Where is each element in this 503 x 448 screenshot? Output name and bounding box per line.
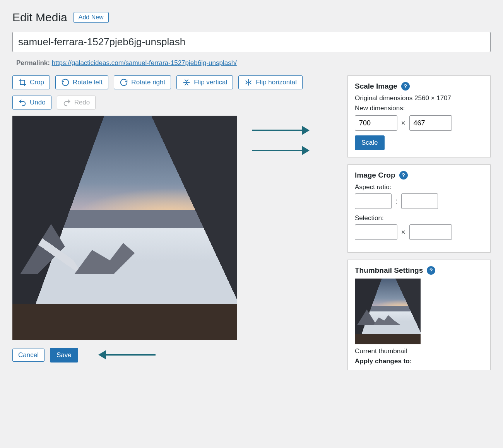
permalink-link[interactable]: https://galacticideas.com/samuel-ferrara… <box>52 59 237 67</box>
selection-height-input[interactable] <box>409 224 452 240</box>
permalink-row: Permalink: https://galacticideas.com/sam… <box>16 59 491 67</box>
original-dimensions: Original dimensions 2560 × 1707 <box>355 94 483 102</box>
flip-vertical-icon <box>182 78 191 87</box>
image-crop-title: Image Crop <box>355 171 395 180</box>
thumbnail-settings-panel: Thumbnail Settings ? Current thumbnail A… <box>347 260 491 370</box>
redo-label: Redo <box>74 99 90 106</box>
scale-button[interactable]: Scale <box>355 135 385 150</box>
image-preview[interactable] <box>12 116 237 340</box>
help-icon[interactable]: ? <box>401 82 410 91</box>
scale-width-input[interactable] <box>355 115 397 131</box>
rotate-left-label: Rotate left <box>73 79 103 86</box>
save-button[interactable]: Save <box>50 348 78 363</box>
crop-label: Crop <box>30 79 44 86</box>
aspect-height-input[interactable] <box>401 193 438 209</box>
redo-icon <box>63 98 71 107</box>
help-icon[interactable]: ? <box>427 266 435 275</box>
rotate-right-icon <box>120 78 128 87</box>
crop-icon <box>18 78 27 87</box>
rotate-right-button[interactable]: Rotate right <box>114 75 171 89</box>
flip-horizontal-label: Flip horizontal <box>256 79 297 86</box>
selection-width-input[interactable] <box>355 224 397 240</box>
flip-vertical-button[interactable]: Flip vertical <box>176 75 233 89</box>
selection-separator: × <box>401 228 405 236</box>
undo-icon <box>18 98 27 107</box>
undo-label: Undo <box>30 99 46 106</box>
aspect-width-input[interactable] <box>355 193 392 209</box>
dimensions-separator: × <box>401 119 405 127</box>
aspect-ratio-label: Aspect ratio: <box>355 183 483 191</box>
image-crop-panel: Image Crop ? Aspect ratio: : Selection: … <box>347 164 491 253</box>
scale-height-input[interactable] <box>409 115 452 131</box>
flip-horizontal-icon <box>244 78 253 87</box>
rotate-right-label: Rotate right <box>131 79 165 86</box>
flip-horizontal-button[interactable]: Flip horizontal <box>238 75 303 89</box>
thumbnail-settings-title: Thumbnail Settings <box>355 266 423 275</box>
new-dimensions-label: New dimensions: <box>355 104 483 112</box>
permalink-label: Permalink: <box>16 59 50 67</box>
apply-changes-label: Apply changes to: <box>355 357 483 365</box>
help-icon[interactable]: ? <box>399 171 408 180</box>
annotation-arrow-save <box>105 354 156 356</box>
page-title: Edit Media <box>12 11 67 24</box>
selection-label: Selection: <box>355 214 483 222</box>
add-new-button[interactable]: Add New <box>74 12 109 23</box>
current-thumbnail-label: Current thumbnail <box>355 347 483 355</box>
crop-button[interactable]: Crop <box>12 75 50 89</box>
thumbnail-preview <box>355 279 421 344</box>
redo-button: Redo <box>57 96 96 109</box>
rotate-left-icon <box>61 78 70 87</box>
scale-image-title: Scale Image <box>355 82 397 91</box>
scale-image-panel: Scale Image ? Original dimensions 2560 ×… <box>347 75 491 157</box>
aspect-separator: : <box>395 197 397 205</box>
annotation-arrow-dimensions <box>252 130 303 131</box>
media-title-input[interactable] <box>12 32 491 52</box>
cancel-button[interactable]: Cancel <box>12 349 44 362</box>
annotation-arrow-scale <box>252 150 303 151</box>
flip-vertical-label: Flip vertical <box>194 79 227 86</box>
undo-button[interactable]: Undo <box>12 96 51 109</box>
rotate-left-button[interactable]: Rotate left <box>55 75 109 89</box>
